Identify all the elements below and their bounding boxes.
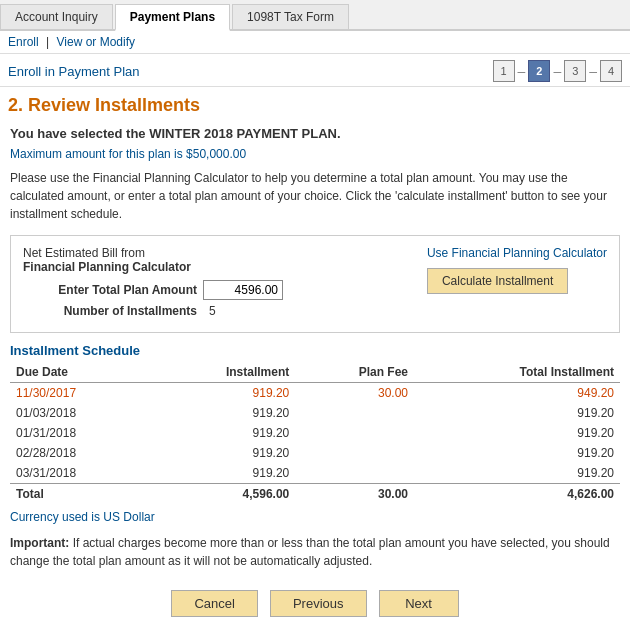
step-4: 4 <box>600 60 622 82</box>
table-row: 01/31/2018 919.20 919.20 <box>10 423 620 443</box>
calculate-installment-button[interactable]: Calculate Installment <box>427 268 568 294</box>
col-due-date: Due Date <box>10 362 149 383</box>
installment-table: Due Date Installment Plan Fee Total Inst… <box>10 362 620 504</box>
cell-installment: 919.20 <box>149 463 295 484</box>
col-installment: Installment <box>149 362 295 383</box>
cell-plan-fee <box>295 463 414 484</box>
table-row: 03/31/2018 919.20 919.20 <box>10 463 620 484</box>
cell-installment: 919.20 <box>149 403 295 423</box>
step-2: 2 <box>528 60 550 82</box>
heading-review: Review <box>28 95 95 115</box>
top-nav: Enroll | View or Modify <box>0 31 630 54</box>
info-text: Please use the Financial Planning Calcul… <box>10 169 620 223</box>
table-total-row: Total 4,596.00 30.00 4,626.00 <box>10 484 620 505</box>
col-plan-fee: Plan Fee <box>295 362 414 383</box>
net-estimated-label: Net Estimated Bill from Financial Planni… <box>23 246 427 274</box>
enroll-link[interactable]: Enroll <box>8 35 39 49</box>
section-heading: 2. Review Installments <box>0 87 630 120</box>
tab-account-inquiry[interactable]: Account Inquiry <box>0 4 113 29</box>
max-amount: Maximum amount for this plan is $50,000.… <box>10 147 620 161</box>
schedule-title: Installment Schedule <box>10 343 620 358</box>
table-row: 02/28/2018 919.20 919.20 <box>10 443 620 463</box>
cell-installment: 919.20 <box>149 423 295 443</box>
enter-total-label: Enter Total Plan Amount <box>23 283 203 297</box>
calc-right: Use Financial Planning Calculator Calcul… <box>427 246 607 294</box>
cell-total-plan-fee: 30.00 <box>295 484 414 505</box>
cell-plan-fee <box>295 403 414 423</box>
num-installments-value: 5 <box>203 304 216 318</box>
cell-installment: 919.20 <box>149 443 295 463</box>
cell-date: 01/31/2018 <box>10 423 149 443</box>
currency-note: Currency used is US Dollar <box>10 510 620 524</box>
step-3: 3 <box>564 60 586 82</box>
use-calculator-link[interactable]: Use Financial Planning Calculator <box>427 246 607 260</box>
previous-button[interactable]: Previous <box>270 590 367 617</box>
step-indicator: 1 – 2 – 3 – 4 <box>493 60 622 82</box>
num-installments-label: Number of Installments <box>23 304 203 318</box>
cancel-button[interactable]: Cancel <box>171 590 257 617</box>
cell-installment: 919.20 <box>149 383 295 404</box>
cell-date: 03/31/2018 <box>10 463 149 484</box>
cell-date: 02/28/2018 <box>10 443 149 463</box>
cell-date: 01/03/2018 <box>10 403 149 423</box>
cell-total: 949.20 <box>414 383 620 404</box>
tab-bar: Account Inquiry Payment Plans 1098T Tax … <box>0 0 630 31</box>
view-modify-link[interactable]: View or Modify <box>57 35 135 49</box>
cell-total: 919.20 <box>414 463 620 484</box>
page-header: Enroll in Payment Plan 1 – 2 – 3 – 4 <box>0 54 630 87</box>
step-dash-1: – <box>518 63 526 79</box>
col-total-installment: Total Installment <box>414 362 620 383</box>
table-row: 01/03/2018 919.20 919.20 <box>10 403 620 423</box>
total-plan-row: Enter Total Plan Amount <box>23 280 427 300</box>
cell-total-label: Total <box>10 484 149 505</box>
nav-separator: | <box>46 35 49 49</box>
step-dash-2: – <box>553 63 561 79</box>
cell-total-installment: 4,596.00 <box>149 484 295 505</box>
bottom-buttons: Cancel Previous Next <box>0 576 630 623</box>
cell-total: 919.20 <box>414 403 620 423</box>
cell-plan-fee <box>295 443 414 463</box>
table-row: 11/30/2017 919.20 30.00 949.20 <box>10 383 620 404</box>
calc-left: Net Estimated Bill from Financial Planni… <box>23 246 427 322</box>
cell-total: 919.20 <box>414 423 620 443</box>
cell-plan-fee <box>295 423 414 443</box>
tab-1098t[interactable]: 1098T Tax Form <box>232 4 349 29</box>
total-plan-input[interactable] <box>203 280 283 300</box>
num-installments-row: Number of Installments 5 <box>23 304 427 318</box>
cell-date: 11/30/2017 <box>10 383 149 404</box>
calculator-box: Net Estimated Bill from Financial Planni… <box>10 235 620 333</box>
main-content: You have selected the WINTER 2018 PAYMEN… <box>0 120 630 576</box>
heading-installments: Installments <box>95 95 200 115</box>
important-note: Important: If actual charges become more… <box>10 534 620 570</box>
heading-number: 2. <box>8 95 23 115</box>
bold-notice: You have selected the WINTER 2018 PAYMEN… <box>10 126 620 141</box>
cell-plan-fee: 30.00 <box>295 383 414 404</box>
step-1: 1 <box>493 60 515 82</box>
page-title: Enroll in Payment Plan <box>8 64 140 79</box>
tab-payment-plans[interactable]: Payment Plans <box>115 4 230 31</box>
step-dash-3: – <box>589 63 597 79</box>
next-button[interactable]: Next <box>379 590 459 617</box>
cell-total-total: 4,626.00 <box>414 484 620 505</box>
cell-total: 919.20 <box>414 443 620 463</box>
